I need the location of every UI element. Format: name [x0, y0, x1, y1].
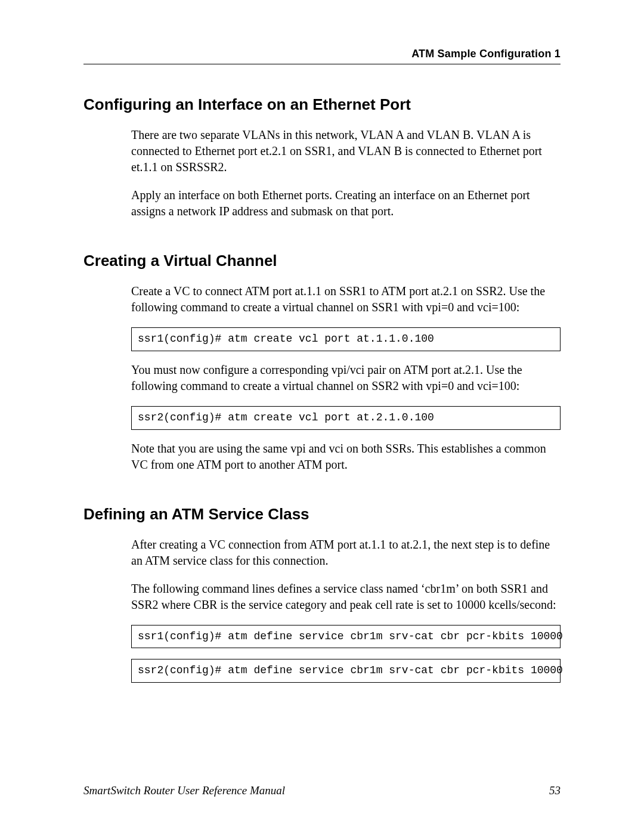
section-body: Create a VC to connect ATM port at.1.1 o… — [131, 283, 561, 472]
footer-manual-title: SmartSwitch Router User Reference Manual — [83, 784, 285, 797]
heading-create-virtual-channel: Creating a Virtual Channel — [83, 252, 561, 270]
code-block: ssr2(config)# atm define service cbr1m s… — [131, 659, 561, 683]
page: ATM Sample Configuration 1 Configuring a… — [0, 0, 644, 833]
header-rule — [83, 64, 561, 64]
paragraph: Create a VC to connect ATM port at.1.1 o… — [131, 283, 561, 315]
code-block: ssr1(config)# atm create vcl port at.1.1… — [131, 327, 561, 351]
paragraph: You must now configure a corresponding v… — [131, 362, 561, 394]
paragraph: Apply an interface on both Ethernet port… — [131, 187, 561, 219]
section-body: After creating a VC connection from ATM … — [131, 537, 561, 683]
code-block: ssr1(config)# atm define service cbr1m s… — [131, 625, 561, 649]
section-body: There are two separate VLANs in this net… — [131, 127, 561, 219]
footer-page-number: 53 — [549, 784, 561, 797]
paragraph: Note that you are using the same vpi and… — [131, 441, 561, 473]
paragraph: There are two separate VLANs in this net… — [131, 127, 561, 175]
paragraph: After creating a VC connection from ATM … — [131, 537, 561, 569]
footer: SmartSwitch Router User Reference Manual… — [83, 784, 561, 797]
paragraph: The following command lines defines a se… — [131, 581, 561, 613]
code-block: ssr2(config)# atm create vcl port at.2.1… — [131, 406, 561, 430]
heading-define-atm-service-class: Defining an ATM Service Class — [83, 505, 561, 524]
heading-configure-interface: Configuring an Interface on an Ethernet … — [83, 95, 561, 114]
running-head: ATM Sample Configuration 1 — [83, 48, 561, 60]
